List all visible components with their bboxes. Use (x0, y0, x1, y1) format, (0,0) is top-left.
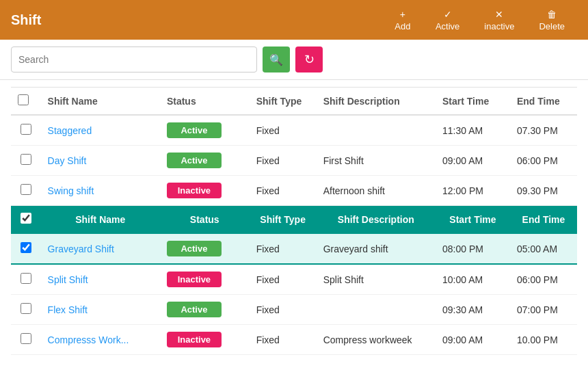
shift-name-link[interactable]: Graveyard Shift (48, 243, 114, 254)
row-shift-type: Fixed (250, 325, 317, 355)
shifts-table: Shift Name Status Shift Type Shift Descr… (11, 87, 577, 355)
col-checkbox (11, 88, 41, 116)
row-checkbox-cell (11, 115, 41, 146)
delete-button[interactable]: 🗑 Delete (526, 5, 577, 36)
row-shift-name: Split Shift (41, 264, 160, 295)
table-row[interactable]: Swing shift Inactive Fixed Afternoon shi… (11, 176, 577, 206)
status-badge: Active (167, 153, 222, 168)
select-all-checkbox[interactable] (18, 94, 29, 105)
add-button-label: Add (395, 21, 410, 31)
row-checkbox[interactable] (21, 124, 31, 135)
table-row[interactable]: Graveyard Shift Active Fixed Graveyard s… (11, 233, 577, 264)
row-shift-type: Fixed (250, 176, 317, 206)
row-status: Inactive (160, 176, 250, 206)
row-start-time: 10:00 AM (436, 264, 510, 295)
row-shift-desc: First Shift (317, 146, 436, 176)
row-status: Inactive (160, 264, 250, 295)
inactive-button[interactable]: ✕ inactive (472, 5, 526, 36)
row-shift-desc (317, 295, 436, 325)
row-start-time: 09:00 AM (436, 325, 510, 355)
col-end-time: End Time (510, 88, 577, 116)
add-button[interactable]: + Add (382, 5, 423, 36)
row-checkbox-cell (11, 325, 41, 355)
row-end-time: 06:00 PM (510, 146, 577, 176)
page-title: Shift (11, 12, 382, 28)
active-button-label: Active (436, 21, 459, 31)
selected-header-checkbox[interactable] (21, 213, 31, 224)
row-shift-type: Fixed (250, 264, 317, 295)
shift-name-link[interactable]: Split Shift (48, 274, 88, 285)
row-checkbox[interactable] (21, 273, 31, 284)
shift-name-link[interactable]: Flex Shift (48, 304, 88, 315)
row-checkbox-cell (11, 176, 41, 206)
toolbar: 🔍 ↻ (0, 40, 588, 80)
refresh-icon: ↻ (304, 52, 315, 67)
row-end-time: 10.00 PM (510, 325, 577, 355)
status-badge: Active (167, 302, 222, 317)
header: Shift + Add ✓ Active ✕ inactive 🗑 Delete (0, 0, 588, 40)
row-checkbox[interactable] (21, 242, 31, 253)
search-icon: 🔍 (269, 53, 283, 66)
row-end-time: 07.30 PM (510, 115, 577, 146)
table-header-row: Shift Name Status Shift Type Shift Descr… (11, 88, 577, 116)
x-icon: ✕ (495, 9, 503, 20)
status-badge: Active (167, 241, 222, 256)
row-checkbox[interactable] (21, 333, 31, 344)
row-start-time: 12:00 PM (436, 176, 510, 206)
row-checkbox-cell (11, 264, 41, 295)
row-checkbox[interactable] (21, 303, 31, 314)
row-shift-desc: Compress workweek (317, 325, 436, 355)
col-status: Status (160, 88, 250, 116)
row-shift-type: Fixed (250, 295, 317, 325)
search-button[interactable]: 🔍 (263, 47, 290, 72)
col-shift-desc: Shift Description (317, 88, 436, 116)
row-shift-desc: Graveyard shift (317, 233, 436, 264)
status-badge: Inactive (167, 183, 222, 198)
search-input[interactable] (11, 47, 257, 72)
row-shift-type: Fixed (250, 115, 317, 146)
header-actions: + Add ✓ Active ✕ inactive 🗑 Delete (382, 5, 577, 36)
check-icon: ✓ (444, 9, 452, 20)
row-start-time: 09:00 AM (436, 146, 510, 176)
shift-name-link[interactable]: Staggered (48, 125, 92, 136)
table-row[interactable]: Staggered Active Fixed 11:30 AM 07.30 PM (11, 115, 577, 146)
row-status: Active (160, 115, 250, 146)
table-row[interactable]: Split Shift Inactive Fixed Split Shift 1… (11, 264, 577, 295)
row-status: Active (160, 233, 250, 264)
col-shift-name: Shift Name (41, 88, 160, 116)
row-end-time: 09.30 PM (510, 176, 577, 206)
delete-button-label: Delete (539, 21, 565, 31)
row-shift-type: Fixed (250, 146, 317, 176)
row-status: Active (160, 146, 250, 176)
status-badge: Active (167, 122, 222, 138)
active-button[interactable]: ✓ Active (423, 5, 472, 36)
plus-icon: + (400, 9, 405, 20)
row-status: Inactive (160, 325, 250, 355)
shift-name-link[interactable]: Compresss Work... (48, 334, 129, 345)
row-checkbox-cell (11, 233, 41, 264)
row-checkbox[interactable] (21, 184, 31, 195)
row-shift-name: Day Shift (41, 146, 160, 176)
row-end-time: 05:00 AM (510, 233, 577, 264)
row-start-time: 11:30 AM (436, 115, 510, 146)
shift-name-link[interactable]: Swing shift (48, 185, 94, 196)
row-shift-desc (317, 115, 436, 146)
shift-name-link[interactable]: Day Shift (48, 155, 87, 166)
row-start-time: 09:30 AM (436, 295, 510, 325)
row-status: Active (160, 295, 250, 325)
row-end-time: 07:00 PM (510, 295, 577, 325)
table-row[interactable]: Flex Shift Active Fixed 09:30 AM 07:00 P… (11, 295, 577, 325)
refresh-button[interactable]: ↻ (295, 47, 323, 72)
trash-icon: 🗑 (547, 9, 557, 20)
col-start-time: Start Time (436, 88, 510, 116)
row-shift-name: Compresss Work... (41, 325, 160, 355)
table-row[interactable]: Day Shift Active Fixed First Shift 09:00… (11, 146, 577, 176)
row-shift-desc: Split Shift (317, 264, 436, 295)
row-checkbox-cell (11, 146, 41, 176)
row-start-time: 08:00 PM (436, 233, 510, 264)
table-row[interactable]: Compresss Work... Inactive Fixed Compres… (11, 325, 577, 355)
status-badge: Inactive (167, 272, 222, 287)
app-container: Shift + Add ✓ Active ✕ inactive 🗑 Delete… (0, 0, 588, 383)
row-checkbox[interactable] (21, 154, 31, 165)
table-container: Shift Name Status Shift Type Shift Descr… (0, 80, 588, 383)
